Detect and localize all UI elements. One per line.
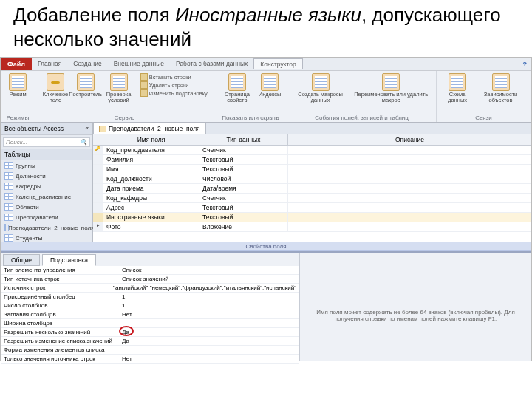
nav-search[interactable]: Поиск...🔍 bbox=[3, 137, 90, 147]
props-tab-lookup[interactable]: Подстановка bbox=[42, 254, 96, 266]
field-row[interactable]: Иностранные языкиТекстовый bbox=[93, 213, 531, 222]
ribbon-small-button[interactable]: Вставить строки bbox=[139, 73, 209, 81]
field-name-cell[interactable]: Иностранные языки bbox=[103, 213, 200, 222]
property-row[interactable]: Тип элемента управленияСписок bbox=[1, 266, 299, 275]
table-icon bbox=[4, 162, 13, 169]
property-label: Тип источника строк bbox=[1, 275, 119, 283]
small-icon bbox=[140, 81, 148, 89]
col-desc[interactable]: Описание bbox=[288, 134, 531, 145]
property-value[interactable]: Список bbox=[119, 266, 299, 274]
field-name-cell[interactable]: Фамилия bbox=[103, 155, 200, 164]
ribbon-button[interactable]: Зависимости объектов bbox=[475, 73, 526, 103]
property-row[interactable]: Присоединённый столбец1 bbox=[1, 293, 299, 301]
props-tab-general[interactable]: Общие bbox=[3, 254, 40, 266]
file-tab[interactable]: Файл bbox=[1, 58, 32, 70]
property-row[interactable]: Заглавия столбцовНет bbox=[1, 310, 299, 319]
grid-icon bbox=[492, 73, 510, 91]
nav-table-item[interactable]: Кафедры bbox=[1, 181, 92, 191]
nav-table-item[interactable]: Преподаватели bbox=[1, 212, 92, 222]
ribbon-small-button[interactable]: Удалить строки bbox=[139, 81, 209, 89]
field-name-cell[interactable]: Адрес bbox=[103, 203, 200, 212]
help-icon[interactable]: ? bbox=[523, 61, 528, 68]
field-row[interactable]: Дата приемаДата/время bbox=[93, 184, 531, 194]
field-name-cell[interactable]: Фото bbox=[103, 222, 200, 231]
property-row[interactable]: Форма изменения элементов списка bbox=[1, 346, 299, 355]
property-value[interactable]: 1 bbox=[119, 301, 299, 310]
nav-category[interactable]: Таблицы bbox=[1, 149, 92, 160]
property-value[interactable] bbox=[119, 319, 299, 327]
property-value[interactable]: Нет bbox=[119, 355, 299, 363]
property-row[interactable]: Источник строк"английский";"немецкий";"ф… bbox=[1, 284, 299, 293]
property-value[interactable]: Да bbox=[119, 337, 299, 345]
field-row[interactable]: ФотоВложение bbox=[93, 222, 531, 232]
property-value[interactable]: Нет bbox=[119, 310, 299, 318]
field-row[interactable]: АдресТекстовый bbox=[93, 203, 531, 213]
ribbon-button[interactable]: Режим bbox=[5, 73, 30, 98]
field-type-cell[interactable]: Счетчик bbox=[200, 146, 288, 154]
property-row[interactable]: Число столбцов1 bbox=[1, 301, 299, 310]
property-row[interactable]: Тип источника строкСписок значений bbox=[1, 275, 299, 284]
ribbon-button[interactable]: Страница свойств bbox=[219, 73, 256, 103]
field-name-cell[interactable]: Код_должности bbox=[103, 174, 200, 183]
nav-table-item[interactable]: Преподаватели_2_новые_поля bbox=[1, 222, 92, 233]
nav-table-item[interactable]: Студенты bbox=[1, 233, 92, 243]
field-name-cell[interactable]: Код_преподавателя bbox=[103, 146, 200, 154]
menu-tab[interactable]: Создание bbox=[67, 58, 107, 69]
field-row[interactable]: 🔑Код_преподавателяСчетчик bbox=[93, 146, 531, 155]
table-design-area: Преподаватели_2_новые_поля Имя поля Тип … bbox=[93, 123, 531, 242]
table-icon bbox=[99, 126, 106, 132]
ribbon-button[interactable]: Ключевое поле bbox=[40, 73, 71, 103]
props-tabs: Общие Подстановка bbox=[1, 253, 299, 266]
property-value[interactable] bbox=[119, 346, 299, 354]
menu-tab[interactable]: Главная bbox=[32, 58, 67, 69]
field-row[interactable]: Код_кафедрыСчетчик bbox=[93, 194, 531, 203]
nav-table-item[interactable]: Должности bbox=[1, 171, 92, 181]
col-name[interactable]: Имя поля bbox=[103, 134, 200, 145]
field-type-cell[interactable]: Дата/время bbox=[200, 184, 288, 193]
small-icon bbox=[140, 89, 148, 97]
property-row[interactable]: Разрешить изменение списка значенийДа bbox=[1, 337, 299, 346]
menu-tab[interactable]: Работа с базами данных bbox=[170, 58, 253, 69]
field-name-cell[interactable]: Код_кафедры bbox=[103, 194, 200, 202]
ribbon-group: Ключевое полеПостроительПроверка условий… bbox=[35, 71, 214, 122]
nav-table-item[interactable]: Календ_расписание bbox=[1, 191, 92, 202]
field-type-cell[interactable]: Числовой bbox=[200, 174, 288, 183]
property-label: Ширина столбцов bbox=[1, 319, 119, 327]
doc-tab[interactable]: Преподаватели_2_новые_поля bbox=[93, 123, 206, 134]
ribbon-button[interactable]: Схема данных bbox=[441, 73, 474, 103]
field-row[interactable]: ИмяТекстовый bbox=[93, 165, 531, 174]
field-type-cell[interactable]: Текстовый bbox=[200, 165, 288, 174]
ribbon-group-label: Режимы bbox=[5, 114, 30, 121]
nav-table-item[interactable]: Группы bbox=[1, 160, 92, 171]
ribbon-button[interactable]: Переименовать или удалить макрос bbox=[350, 73, 432, 103]
ribbon-button[interactable]: Индексы bbox=[257, 73, 282, 98]
property-row[interactable]: Разрешить несколько значенийДа bbox=[1, 328, 299, 337]
property-value[interactable]: "английский";"немецкий";"французский";"и… bbox=[110, 284, 299, 292]
ribbon-small-button[interactable]: Изменить подстановку bbox=[139, 89, 209, 97]
ribbon-button[interactable]: Построитель bbox=[72, 73, 98, 98]
field-type-cell[interactable]: Счетчик bbox=[200, 194, 288, 202]
property-row[interactable]: Ширина столбцов bbox=[1, 319, 299, 328]
field-name-cell[interactable]: Дата приема bbox=[103, 184, 200, 193]
property-value[interactable]: Список значений bbox=[119, 275, 299, 283]
menubar: Файл ГлавнаяСозданиеВнешние данныеРабота… bbox=[1, 58, 531, 71]
field-name-cell[interactable]: Имя bbox=[103, 165, 200, 174]
field-type-cell[interactable]: Текстовый bbox=[200, 213, 288, 222]
ribbon-button[interactable]: Создать макросы данных bbox=[292, 73, 349, 103]
property-row[interactable]: Только значения источника строкНет bbox=[1, 355, 299, 364]
property-value[interactable]: 1 bbox=[119, 293, 299, 301]
nav-table-item[interactable]: Области bbox=[1, 202, 92, 212]
property-value[interactable]: Да bbox=[119, 328, 299, 336]
field-type-cell[interactable]: Текстовый bbox=[200, 155, 288, 164]
search-icon: 🔍 bbox=[80, 139, 87, 146]
ribbon-button[interactable]: Проверка условий bbox=[100, 73, 137, 103]
menu-tab[interactable]: Конструктор bbox=[253, 58, 302, 69]
field-type-cell[interactable]: Вложение bbox=[200, 222, 288, 231]
nav-header[interactable]: Все объекты Access« bbox=[1, 123, 92, 135]
menu-tab[interactable]: Внешние данные bbox=[108, 58, 170, 69]
col-type[interactable]: Тип данных bbox=[200, 134, 288, 145]
field-type-cell[interactable]: Текстовый bbox=[200, 203, 288, 212]
ribbon: РежимРежимыКлючевое полеПостроительПрове… bbox=[1, 71, 531, 123]
field-row[interactable]: Код_должностиЧисловой bbox=[93, 174, 531, 184]
field-row[interactable]: ФамилияТекстовый bbox=[93, 155, 531, 165]
